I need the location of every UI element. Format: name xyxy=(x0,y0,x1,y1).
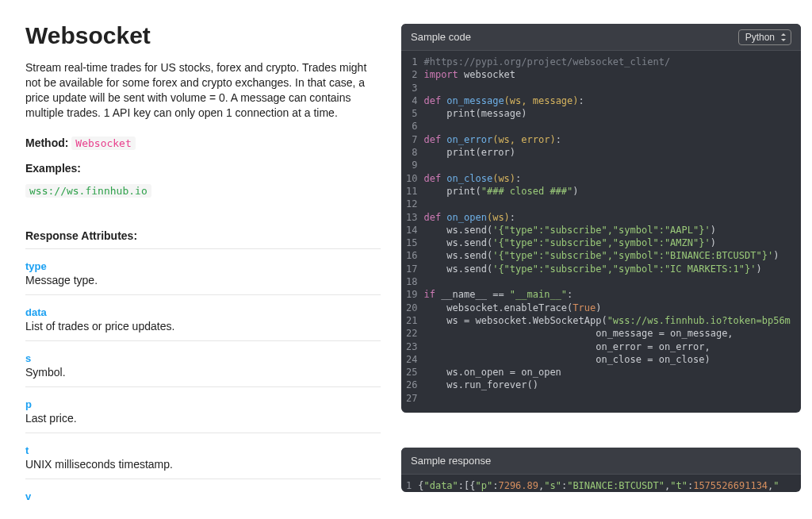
attribute-name: p xyxy=(25,398,381,410)
method-tag: Websocket xyxy=(71,136,135,150)
attribute-row: type Message type. xyxy=(25,249,381,295)
page-title: Websocket xyxy=(25,22,381,49)
caret-updown-icon xyxy=(781,39,786,41)
attribute-row: data List of trades or price updates. xyxy=(25,295,381,341)
attribute-name: data xyxy=(25,306,381,318)
attribute-name: s xyxy=(25,352,381,364)
attribute-name: t xyxy=(25,444,381,456)
attribute-desc: Message type. xyxy=(25,274,381,286)
attribute-row: p Last price. xyxy=(25,387,381,433)
attribute-desc: UNIX milliseconds timestamp. xyxy=(25,458,381,471)
attribute-desc: List of trades or price updates. xyxy=(25,320,381,333)
language-selected: Python xyxy=(745,32,775,43)
code-block[interactable]: 1 2 3 4 5 6 7 8 9 10 11 12 13 14 15 16 1… xyxy=(401,51,801,413)
method-label: Method: xyxy=(25,136,68,149)
response-content: {"data":[{"p":7296.89,"s":"BINANCE:BTCUS… xyxy=(418,479,779,492)
response-block[interactable]: 1 {"data":[{"p":7296.89,"s":"BINANCE:BTC… xyxy=(401,475,801,492)
docs-right-column: Sample code Python 1 2 3 4 5 6 7 8 9 10 … xyxy=(396,0,812,519)
sample-response-title: Sample response xyxy=(411,455,491,467)
attribute-name: type xyxy=(25,260,381,272)
page-description: Stream real-time trades for US stocks, f… xyxy=(25,60,381,121)
sample-response-panel: Sample response 1 {"data":[{"p":7296.89,… xyxy=(401,448,801,492)
attribute-row: s Symbol. xyxy=(25,341,381,387)
language-select[interactable]: Python xyxy=(738,29,791,45)
sample-code-title: Sample code xyxy=(411,31,471,43)
attribute-desc: Last price. xyxy=(25,412,381,425)
sample-code-panel: Sample code Python 1 2 3 4 5 6 7 8 9 10 … xyxy=(401,24,801,413)
examples-label: Examples: xyxy=(25,162,381,175)
example-url[interactable]: wss://ws.finnhub.io xyxy=(25,184,151,198)
code-content: #https://pypi.org/project/websocket_clie… xyxy=(423,56,790,405)
response-attributes-heading: Response Attributes: xyxy=(25,229,381,249)
docs-left-column: Websocket Stream real-time trades for US… xyxy=(0,0,396,519)
attribute-desc: Symbol. xyxy=(25,366,381,379)
attribute-row: v xyxy=(25,479,381,512)
attribute-row: t UNIX milliseconds timestamp. xyxy=(25,433,381,479)
attribute-name: v xyxy=(25,490,381,502)
line-gutter: 1 2 3 4 5 6 7 8 9 10 11 12 13 14 15 16 1… xyxy=(401,56,423,405)
line-gutter: 1 xyxy=(401,479,418,492)
